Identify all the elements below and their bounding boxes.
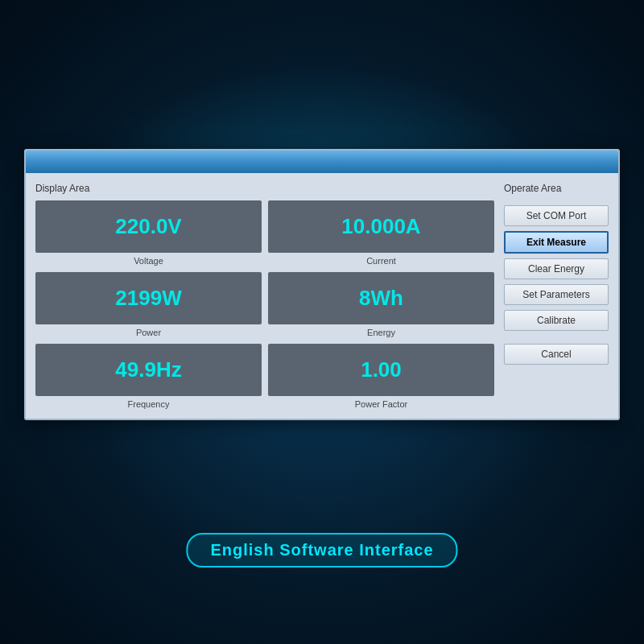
- power-factor-label: Power Factor: [355, 399, 407, 409]
- energy-label: Energy: [367, 328, 395, 337]
- power-value: 2199W: [115, 286, 181, 311]
- bottom-label-container: English Software Interface: [186, 533, 457, 568]
- frequency-display: 49.9Hz: [35, 344, 262, 396]
- cancel-button[interactable]: Cancel: [504, 344, 609, 365]
- energy-value: 8Wh: [359, 286, 403, 311]
- voltage-label: Voltage: [134, 256, 163, 266]
- power-factor-display: 1.00: [268, 344, 494, 396]
- current-display: 10.000A: [268, 200, 494, 253]
- dialog-titlebar: [26, 151, 618, 173]
- metric-current: 10.000A Current: [268, 200, 494, 266]
- dialog-content: Display Area 220.0V Voltage 10.000A Curr…: [26, 173, 618, 419]
- voltage-value: 220.0V: [115, 214, 181, 239]
- calibrate-button[interactable]: Calibrate: [504, 310, 609, 331]
- dialog-window: Display Area 220.0V Voltage 10.000A Curr…: [24, 149, 620, 420]
- exit-measure-button[interactable]: Exit Measure: [504, 231, 609, 254]
- operate-area-label: Operate Area: [504, 183, 609, 194]
- operate-area: Operate Area Set COM Port Exit Measure C…: [504, 183, 609, 409]
- metric-frequency: 49.9Hz Frequency: [35, 344, 262, 409]
- bottom-label: English Software Interface: [186, 533, 457, 568]
- power-label: Power: [136, 328, 161, 337]
- metric-power: 2199W Power: [35, 272, 262, 337]
- power-factor-value: 1.00: [361, 357, 402, 382]
- voltage-display: 220.0V: [35, 200, 262, 253]
- metrics-grid: 220.0V Voltage 10.000A Current 2199W: [35, 200, 494, 409]
- metric-voltage: 220.0V Voltage: [35, 200, 262, 266]
- current-label: Current: [366, 256, 396, 266]
- display-area-label: Display Area: [35, 183, 494, 194]
- power-display: 2199W: [35, 272, 262, 324]
- frequency-value: 49.9Hz: [115, 357, 181, 382]
- energy-display: 8Wh: [268, 272, 494, 324]
- display-area: Display Area 220.0V Voltage 10.000A Curr…: [35, 183, 494, 409]
- set-parameters-button[interactable]: Set Parameters: [504, 284, 609, 305]
- current-value: 10.000A: [341, 214, 420, 239]
- clear-energy-button[interactable]: Clear Energy: [504, 258, 609, 279]
- metric-power-factor: 1.00 Power Factor: [268, 344, 494, 409]
- frequency-label: Frequency: [128, 399, 170, 409]
- metric-energy: 8Wh Energy: [268, 272, 494, 337]
- set-com-port-button[interactable]: Set COM Port: [504, 205, 609, 226]
